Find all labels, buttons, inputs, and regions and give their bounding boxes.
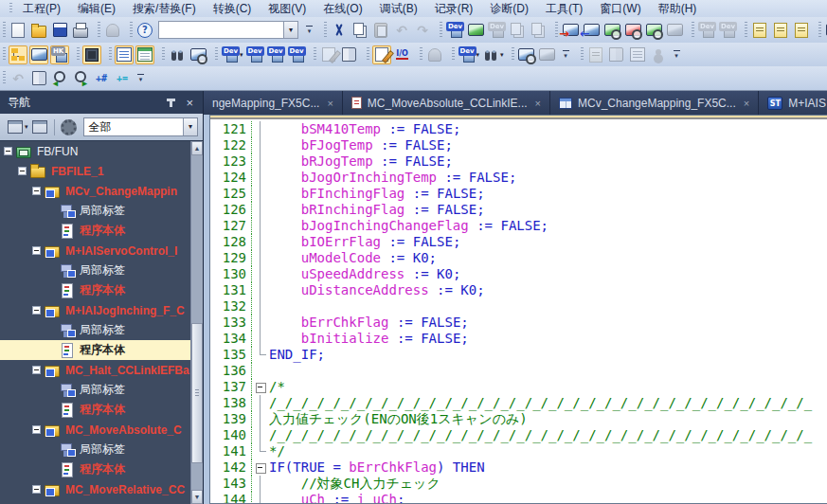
code-line-139[interactable]: 139入力値チェック(ENのON後1スキャンのみ) bbox=[210, 411, 827, 427]
scroll-down-button[interactable]: ▼ bbox=[191, 490, 203, 504]
code-line-129[interactable]: 129 uModelCode := K0; bbox=[210, 250, 827, 266]
device-display-format-icon[interactable]: Dev bbox=[458, 45, 476, 64]
toolbar-overflow-button[interactable]: ▾ bbox=[560, 46, 572, 63]
code-line-134[interactable]: 134 bInitialize := FALSE; bbox=[210, 331, 827, 347]
menu-item-2[interactable]: 搜索/替换(F) bbox=[124, 0, 205, 18]
device-batch-replace-icon[interactable]: Dev bbox=[245, 45, 264, 64]
code-line-131[interactable]: 131 uDistanceAddress := K0; bbox=[210, 282, 827, 298]
code-line-123[interactable]: 123 bRJogTemp := FALSE; bbox=[210, 153, 827, 170]
module-configuration-icon[interactable] bbox=[82, 45, 101, 64]
monitor-start-icon[interactable] bbox=[602, 21, 621, 40]
menu-item-7[interactable]: 记录(R) bbox=[426, 0, 482, 18]
statement-jump-icon[interactable] bbox=[792, 21, 811, 40]
code-line-137[interactable]: 137/* bbox=[210, 379, 827, 395]
insert-variable-icon[interactable]: += bbox=[113, 69, 132, 88]
tree-item-2[interactable]: MCv_ChangeMappin bbox=[0, 181, 203, 201]
device-find-icon[interactable]: Dev bbox=[221, 45, 240, 64]
expander-icon[interactable] bbox=[32, 306, 41, 315]
output-window-icon[interactable]: HK bbox=[50, 45, 69, 64]
write-to-plc-icon[interactable] bbox=[561, 21, 580, 40]
tree-item-12[interactable]: 局部标签 bbox=[0, 380, 203, 400]
device-comment-list-icon[interactable] bbox=[135, 45, 154, 64]
code-line-121[interactable]: 121 bSM410Temp := FALSE; bbox=[210, 121, 827, 137]
find-next-icon[interactable] bbox=[71, 69, 90, 88]
copy-icon[interactable] bbox=[351, 21, 369, 40]
tree-item-15[interactable]: 局部标签 bbox=[0, 440, 203, 459]
find-icon[interactable] bbox=[168, 45, 187, 64]
expander-icon[interactable] bbox=[32, 485, 41, 494]
find-in-window-icon[interactable] bbox=[189, 45, 207, 64]
menu-item-11[interactable]: 帮助(H) bbox=[650, 0, 706, 18]
pin-icon[interactable] bbox=[170, 99, 172, 107]
toolbar-overflow-button[interactable]: ▾ bbox=[135, 70, 147, 87]
chevron-down-icon[interactable]: ▾ bbox=[183, 118, 197, 135]
tree-scrollbar[interactable]: ▲ ▼ bbox=[190, 141, 203, 504]
expander-icon[interactable] bbox=[32, 366, 41, 374]
expander-icon[interactable] bbox=[32, 425, 41, 434]
program-editor-list-icon[interactable] bbox=[115, 45, 134, 64]
code-line-130[interactable]: 130 uSpeedAddress := K0; bbox=[210, 266, 827, 282]
tree-item-8[interactable]: M+IAIJogInching_F_C bbox=[0, 300, 203, 320]
toolbar-overflow-button[interactable]: ▾ bbox=[303, 22, 315, 39]
gear-icon[interactable] bbox=[60, 117, 79, 136]
code-line-122[interactable]: 122 bFJogTemp := FALSE; bbox=[210, 137, 827, 153]
register-to-watch-icon[interactable]: Dev bbox=[266, 45, 285, 64]
tree-item-16[interactable]: 程序本体 bbox=[0, 459, 203, 479]
code-line-128[interactable]: 128 bIOErrFlag := FALSE; bbox=[210, 234, 827, 250]
document-tab-0[interactable]: ngeMapping_FX5C...× bbox=[204, 91, 343, 115]
tree-item-9[interactable]: 局部标签 bbox=[0, 320, 203, 340]
scroll-up-button[interactable]: ▲ bbox=[191, 141, 203, 155]
code-line-140[interactable]: 140/_/_/_/_/_/_/_/_/_/_/_/_/_/_/_/_/_/_/… bbox=[210, 427, 827, 443]
tree-item-7[interactable]: 程序本体 bbox=[0, 280, 203, 300]
chevron-down-icon[interactable]: ▾ bbox=[283, 22, 297, 38]
module-search-dropdown-icon[interactable]: ▾ bbox=[500, 51, 504, 59]
scrollbar-thumb[interactable] bbox=[191, 323, 203, 463]
tree-item-6[interactable]: 局部标签 bbox=[0, 261, 203, 280]
open-project-icon[interactable] bbox=[29, 21, 48, 40]
document-tab-1[interactable]: MC_MoveAbsolute_CCLinkIE...× bbox=[343, 91, 550, 115]
tree-item-0[interactable]: FB/FUN bbox=[0, 141, 203, 161]
toolbar-overflow-button[interactable]: ▾ bbox=[671, 46, 683, 63]
menu-item-1[interactable]: 编辑(E) bbox=[69, 0, 124, 18]
expander-icon[interactable] bbox=[32, 187, 41, 195]
device-read-icon[interactable] bbox=[466, 21, 485, 40]
device-write-icon[interactable]: Dev bbox=[445, 21, 464, 40]
help-icon[interactable] bbox=[135, 21, 154, 40]
code-line-124[interactable]: 124 bJogOrInchingTemp := FALSE; bbox=[210, 170, 827, 186]
document-tab-2[interactable]: MCv_ChangeMapping_FX5C...× bbox=[550, 91, 759, 115]
quick-access-combo[interactable]: ▾ bbox=[158, 21, 298, 39]
device-cross-reference-icon[interactable]: Dev bbox=[287, 45, 306, 64]
tree-item-3[interactable]: 局部标签 bbox=[0, 201, 203, 221]
tab-close-icon[interactable]: × bbox=[327, 98, 333, 109]
code-line-143[interactable]: 143 //対象CH入力チェック bbox=[210, 476, 827, 492]
new-project-icon[interactable] bbox=[9, 21, 27, 40]
tree-item-17[interactable]: MC_MoveRelative_CC bbox=[0, 479, 203, 499]
statement-display-icon[interactable] bbox=[750, 21, 769, 40]
code-line-133[interactable]: 133 bErrChkFlag := FALSE; bbox=[210, 315, 827, 331]
edit-mode-icon[interactable] bbox=[372, 45, 391, 64]
expander-icon[interactable] bbox=[18, 167, 27, 175]
fold-collapse-icon[interactable] bbox=[252, 379, 269, 395]
navigation-window-icon[interactable] bbox=[9, 45, 27, 64]
find-previous-icon[interactable] bbox=[50, 69, 69, 88]
code-line-125[interactable]: 125 bFInchingFlag := FALSE; bbox=[210, 186, 827, 202]
code-line-126[interactable]: 126 bRInchingFlag := FALSE; bbox=[210, 202, 827, 218]
code-line-136[interactable]: 136 bbox=[210, 363, 827, 379]
print-icon[interactable] bbox=[71, 21, 90, 40]
tree-item-1[interactable]: FBFILE_1 bbox=[0, 161, 203, 181]
code-line-135[interactable]: 135END_IF; bbox=[210, 347, 827, 363]
element-selection-window-icon[interactable] bbox=[29, 45, 48, 64]
display-target-button[interactable] bbox=[6, 117, 25, 136]
tab-close-icon[interactable]: × bbox=[535, 98, 541, 109]
sort-button[interactable] bbox=[30, 117, 49, 136]
cut-icon[interactable] bbox=[330, 21, 349, 40]
code-area[interactable]: 121 bSM410Temp := FALSE;122 bFJogTemp :=… bbox=[210, 119, 827, 503]
close-icon[interactable]: × bbox=[186, 97, 193, 109]
transfer-setup-icon[interactable] bbox=[771, 21, 790, 40]
read-from-plc-icon[interactable] bbox=[582, 21, 601, 40]
monitor-stop-icon[interactable] bbox=[623, 21, 642, 40]
code-line-127[interactable]: 127 bJogInchingChangeFlag := FALSE; bbox=[210, 218, 827, 234]
add-watch-variable-icon[interactable]: +# bbox=[92, 69, 111, 88]
open-window-display-icon[interactable] bbox=[517, 45, 536, 64]
menu-item-5[interactable]: 在线(O) bbox=[315, 0, 370, 18]
